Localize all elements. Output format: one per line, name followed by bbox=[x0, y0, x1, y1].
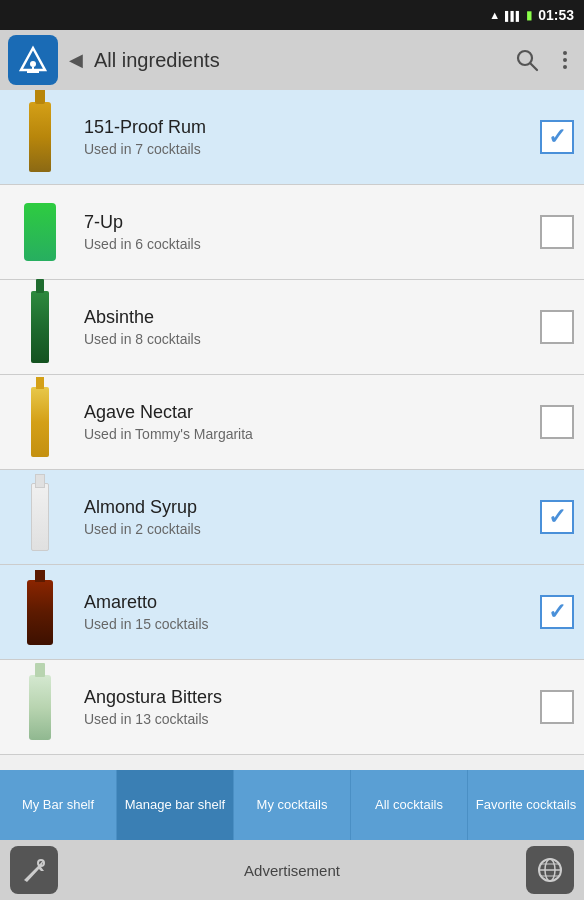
ingredient-list: 151-Proof Rum Used in 7 cocktails ✓ 7-Up… bbox=[0, 90, 584, 770]
checkbox-control[interactable] bbox=[540, 690, 574, 724]
ad-bar: Advertisement bbox=[0, 840, 584, 900]
svg-point-6 bbox=[563, 51, 567, 55]
ingredient-image bbox=[0, 567, 80, 657]
svg-point-7 bbox=[563, 58, 567, 62]
ingredient-info: Angostura Bitters Used in 13 cocktails bbox=[80, 679, 529, 735]
status-icons: 01:53 bbox=[489, 7, 574, 23]
ingredient-name: 151-Proof Rum bbox=[84, 117, 525, 138]
checkbox-control[interactable] bbox=[540, 215, 574, 249]
bottle-image bbox=[31, 483, 49, 551]
bottle-image bbox=[29, 675, 51, 740]
nav-item-manage-bar-shelf[interactable]: Manage bar shelf bbox=[117, 770, 234, 840]
bottle-image bbox=[27, 580, 53, 645]
nav-item-favorite-cocktails[interactable]: Favorite cocktails bbox=[468, 770, 584, 840]
bottle-image bbox=[31, 291, 49, 363]
checkbox-control[interactable]: ✓ bbox=[540, 595, 574, 629]
ingredient-checkbox[interactable] bbox=[529, 282, 584, 372]
ingredient-image bbox=[0, 282, 80, 372]
ingredient-checkbox[interactable] bbox=[529, 662, 584, 752]
ingredient-name: Almond Syrup bbox=[84, 497, 525, 518]
list-item[interactable]: 151-Proof Rum Used in 7 cocktails ✓ bbox=[0, 90, 584, 185]
checkmark-icon: ✓ bbox=[548, 126, 566, 148]
ingredient-info: Absinthe Used in 8 cocktails bbox=[80, 299, 529, 355]
list-item[interactable]: Almond Syrup Used in 2 cocktails ✓ bbox=[0, 470, 584, 565]
ingredient-info: Almond Syrup Used in 2 cocktails bbox=[80, 489, 529, 545]
checkbox-control[interactable] bbox=[540, 405, 574, 439]
nav-item-my-cocktails[interactable]: My cocktails bbox=[234, 770, 351, 840]
ingredient-usage: Used in 13 cocktails bbox=[84, 711, 525, 727]
ingredient-name: Agave Nectar bbox=[84, 402, 525, 423]
ingredient-checkbox[interactable]: ✓ bbox=[529, 472, 584, 562]
list-item[interactable]: Absinthe Used in 8 cocktails bbox=[0, 280, 584, 375]
ingredient-checkbox[interactable]: ✓ bbox=[529, 92, 584, 182]
wifi-icon bbox=[489, 8, 500, 22]
ingredient-usage: Used in 7 cocktails bbox=[84, 141, 525, 157]
checkbox-control[interactable]: ✓ bbox=[540, 120, 574, 154]
ingredient-usage: Used in 2 cocktails bbox=[84, 521, 525, 537]
ingredient-info: Agave Nectar Used in Tommy's Margarita bbox=[80, 394, 529, 450]
list-item[interactable]: 7-Up Used in 6 cocktails bbox=[0, 185, 584, 280]
list-item[interactable]: Amaretto Used in 15 cocktails ✓ bbox=[0, 565, 584, 660]
menu-button[interactable] bbox=[554, 49, 576, 71]
ingredient-image bbox=[0, 92, 80, 182]
checkbox-control[interactable] bbox=[540, 310, 574, 344]
svg-line-5 bbox=[531, 64, 538, 71]
ingredient-info: 7-Up Used in 6 cocktails bbox=[80, 204, 529, 260]
bottle-image bbox=[31, 387, 49, 457]
list-item[interactable]: Angostura Bitters Used in 13 cocktails bbox=[0, 660, 584, 755]
ingredient-image bbox=[0, 472, 80, 562]
ingredient-usage: Used in 6 cocktails bbox=[84, 236, 525, 252]
nav-item-my-bar-shelf[interactable]: My Bar shelf bbox=[0, 770, 117, 840]
bottle-image bbox=[24, 203, 56, 261]
signal-icon bbox=[505, 8, 521, 22]
nav-item-all-cocktails[interactable]: All cocktails bbox=[351, 770, 468, 840]
ingredient-usage: Used in 8 cocktails bbox=[84, 331, 525, 347]
ingredient-info: Amaretto Used in 15 cocktails bbox=[80, 584, 529, 640]
app-header: ◀ All ingredients bbox=[0, 30, 584, 90]
ingredient-checkbox[interactable] bbox=[529, 187, 584, 277]
ingredient-image bbox=[0, 377, 80, 467]
checkmark-icon: ✓ bbox=[548, 601, 566, 623]
status-bar: 01:53 bbox=[0, 0, 584, 30]
ingredient-image bbox=[0, 662, 80, 752]
ingredient-name: Angostura Bitters bbox=[84, 687, 525, 708]
ingredient-info: 151-Proof Rum Used in 7 cocktails bbox=[80, 109, 529, 165]
ingredient-name: 7-Up bbox=[84, 212, 525, 233]
svg-point-1 bbox=[30, 61, 36, 67]
svg-point-8 bbox=[563, 65, 567, 69]
list-item[interactable]: Agave Nectar Used in Tommy's Margarita bbox=[0, 375, 584, 470]
status-time: 01:53 bbox=[538, 7, 574, 23]
page-title: All ingredients bbox=[94, 49, 506, 72]
globe-icon-button[interactable] bbox=[526, 846, 574, 894]
ingredient-usage: Used in 15 cocktails bbox=[84, 616, 525, 632]
ingredient-image bbox=[0, 187, 80, 277]
bottom-navigation: My Bar shelfManage bar shelfMy cocktails… bbox=[0, 770, 584, 840]
checkmark-icon: ✓ bbox=[548, 506, 566, 528]
ingredient-name: Absinthe bbox=[84, 307, 525, 328]
battery-icon bbox=[526, 8, 533, 22]
back-button[interactable]: ◀ bbox=[66, 50, 86, 70]
ingredient-checkbox[interactable]: ✓ bbox=[529, 567, 584, 657]
ingredient-name: Amaretto bbox=[84, 592, 525, 613]
search-button[interactable] bbox=[514, 47, 540, 73]
tools-icon-button[interactable] bbox=[10, 846, 58, 894]
app-logo bbox=[8, 35, 58, 85]
ingredient-checkbox[interactable] bbox=[529, 377, 584, 467]
advertisement-text: Advertisement bbox=[68, 862, 516, 879]
bottle-image bbox=[29, 102, 51, 172]
checkbox-control[interactable]: ✓ bbox=[540, 500, 574, 534]
ingredient-usage: Used in Tommy's Margarita bbox=[84, 426, 525, 442]
header-actions bbox=[514, 47, 576, 73]
